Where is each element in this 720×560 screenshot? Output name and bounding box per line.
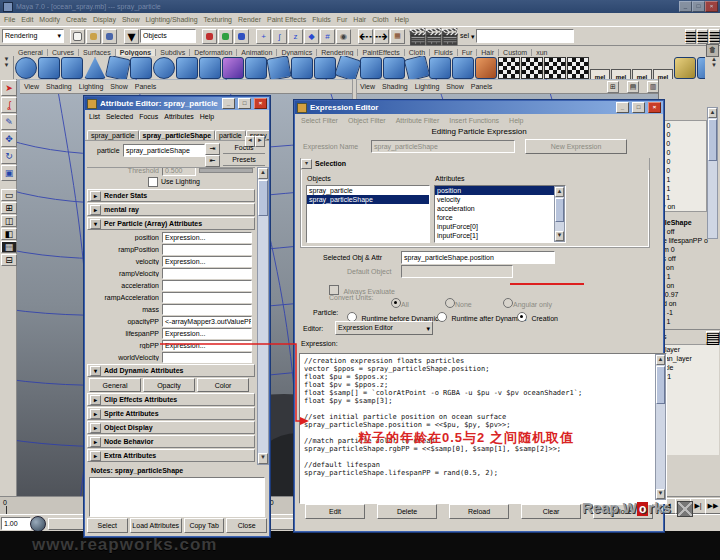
threshold-slider[interactable] [199,168,253,173]
shelf-icon[interactable] [314,57,336,79]
expand-icon[interactable]: ▸ [90,423,101,433]
mel-script-icon[interactable]: melELS [653,69,673,79]
object-item[interactable]: spray_particle [307,186,429,195]
snap-plane-icon[interactable]: ◆ [304,29,319,44]
pp-attr-field[interactable]: Expression... [162,232,252,243]
show-channel-box-icon[interactable]: ≣ [709,29,720,44]
shelf-tab[interactable]: Subdivs [156,49,190,56]
channel-scrollbar[interactable]: ▲ [707,107,718,239]
range-start-field[interactable]: 1.00 [1,517,31,530]
object-item-selected[interactable]: spray_particleShape [307,195,429,204]
sel-chevron-icon[interactable]: ▾ [471,32,475,41]
redo-history-icon[interactable]: ⇢ [374,29,389,44]
close-icon[interactable]: × [648,102,661,113]
section-add-dynamic[interactable]: ▾Add Dynamic Attributes [87,364,255,377]
panel-menu-shading[interactable]: Shading [46,83,72,90]
shelf-tab[interactable]: Deformation [190,49,237,56]
expand-icon[interactable]: ▸ [90,191,101,201]
add-opacity-button[interactable]: Opacity [143,378,195,392]
shelf-icon[interactable] [105,56,131,79]
attribute-item[interactable]: velocity [435,195,565,204]
close-icon[interactable]: × [254,98,267,109]
section-clip-effects[interactable]: ▸Clip Effects Attributes [87,393,255,406]
channel-row[interactable]: Y 0 [660,130,706,139]
show-output-connections-icon[interactable]: ⇤ [205,155,220,167]
shelf-icon[interactable] [404,56,431,79]
maximize-button[interactable]: □ [632,102,645,113]
expression-editor-titlebar[interactable]: Expression Editor _ □ × [295,101,663,114]
channel-row[interactable]: ty on [660,202,706,211]
shelf-tab[interactable]: Dynamics [277,49,317,56]
select-hierarchy-icon[interactable] [202,29,217,44]
attributes-scrollbar[interactable]: ▲ ▼ [554,186,565,242]
layout-persp-graph-icon[interactable]: ⊟ [1,254,17,266]
layer-item[interactable]: ean_layer [659,354,719,363]
save-scene-icon[interactable] [102,29,117,44]
expand-icon[interactable]: ▸ [90,205,101,215]
shelf-tab[interactable]: Animation [237,49,277,56]
shelf-tab[interactable]: Curves [48,49,79,56]
radio-icon[interactable] [437,312,447,322]
menu-show[interactable]: Show [122,16,140,23]
channel-row[interactable]: Y 1 [660,184,706,193]
menu-paint-effects[interactable]: Paint Effects [267,16,306,23]
render-flag-icon[interactable] [521,57,543,79]
snap-point-icon[interactable]: z [288,29,303,44]
expand-icon[interactable]: ▸ [90,395,101,405]
channel-row[interactable]: ic on [659,263,720,272]
section-sprite[interactable]: ▸Sprite Attributes [87,407,255,420]
shelf-icon[interactable] [245,57,267,79]
shelf-tab[interactable]: xun [532,49,551,56]
shelf-icon[interactable] [153,57,175,79]
section-object-display[interactable]: ▸Object Display [87,421,255,434]
channel-row[interactable]: rld on [659,299,720,308]
selected-obj-attr-field[interactable]: spray_particleShape.position [401,251,555,264]
shelf-tab[interactable]: Fluids [430,49,458,56]
panel-menu-view[interactable]: View [24,83,39,90]
ae-menu-focus[interactable]: Focus [139,113,158,120]
channel-row[interactable]: X 0 [660,121,706,130]
pp-attr-field[interactable] [162,304,252,315]
ae-menu-list[interactable]: List [89,113,100,120]
panel-menu-lighting[interactable]: Lighting [415,83,440,90]
layer-item[interactable]: ticle [659,363,719,372]
show-input-connections-icon[interactable]: ⇥ [205,143,220,155]
shelf-icon[interactable] [266,56,291,79]
select-component-icon[interactable] [234,29,249,44]
shelf-icon[interactable] [199,57,221,79]
reload-button[interactable]: Reload [449,504,509,519]
mel-script-icon[interactable]: melMLS [632,69,652,79]
render-flag-icon[interactable] [498,57,520,79]
layout-four-icon[interactable]: ⊞ [1,202,17,214]
menu-render[interactable]: Render [238,16,261,23]
attribute-item[interactable]: inputForce[1] [435,231,565,240]
expand-icon[interactable]: ▸ [90,409,101,419]
expression-scrollbar[interactable]: ▲ ▼ [655,354,666,500]
history-lock-icon[interactable]: ◉ [336,29,351,44]
pp-attr-field[interactable] [162,280,252,291]
panel-menu-view[interactable]: View [360,83,375,90]
editor-dropdown[interactable]: Expression Editor▾ [335,321,433,335]
pp-attr-field[interactable]: Expression... [162,256,252,267]
menu-texturing[interactable]: Texturing [204,16,232,23]
attribute-item[interactable]: acceleration [435,204,565,213]
channel-row[interactable]: nt -1 [659,308,720,317]
panel-layout-icon[interactable]: ⊞ [607,81,619,93]
shelf-tab[interactable]: Custom [499,49,532,56]
panel-menu-lighting[interactable]: Lighting [79,83,104,90]
pp-attr-field[interactable] [162,352,252,363]
menu-modify[interactable]: Modify [39,16,60,23]
menu-help[interactable]: Help [395,16,409,23]
presets-button[interactable]: Presets [223,155,265,166]
menu-fur[interactable]: Fur [337,16,348,23]
panel-menu-show[interactable]: Show [446,83,464,90]
new-layer-icon[interactable]: ▤ [706,331,720,343]
panel-menu-panels[interactable]: Panels [471,83,492,90]
collapse-icon[interactable]: ▾ [301,159,312,169]
new-scene-icon[interactable] [70,29,85,44]
shelf-tab[interactable]: Fur [458,49,478,56]
ee-menu-object-filter[interactable]: Object Filter [348,117,386,124]
panel-grid-icon[interactable]: ▤ [627,81,639,93]
pp-attr-field[interactable] [162,244,252,255]
attribute-editor-scrollbar[interactable]: ▲ ▼ [257,167,269,465]
